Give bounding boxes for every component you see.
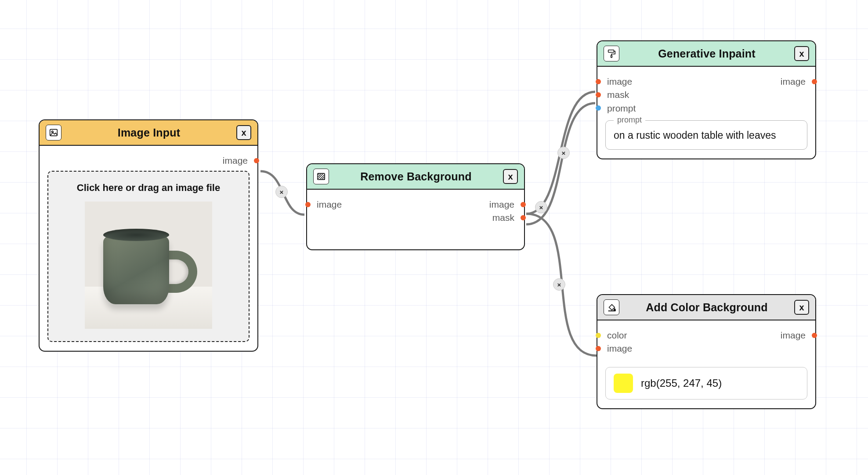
node-body: image image mask	[307, 190, 524, 249]
edge-delete-button[interactable]: ×	[275, 186, 288, 198]
svg-rect-3	[608, 50, 614, 53]
node-generative-inpaint[interactable]: Generative Inpaint x image mask	[597, 40, 816, 159]
port-dot[interactable]	[596, 105, 601, 111]
node-header[interactable]: Remove Background x	[307, 164, 524, 190]
close-icon: x	[241, 128, 246, 138]
close-icon: x	[799, 49, 804, 59]
port-dot[interactable]	[596, 79, 601, 84]
input-port-image[interactable]: image	[607, 76, 636, 87]
edge-delete-label: ×	[539, 204, 543, 211]
color-value: rgb(255, 247, 45)	[641, 377, 722, 389]
close-icon: x	[508, 172, 513, 182]
node-close-button[interactable]: x	[236, 125, 251, 140]
node-title: Image Input	[68, 126, 230, 139]
port-dot[interactable]	[812, 79, 817, 84]
port-dot[interactable]	[305, 202, 311, 207]
edge-delete-button[interactable]: ×	[535, 201, 547, 213]
edge-delete-label: ×	[562, 149, 566, 157]
node-body: image Click here or drag an image file	[40, 146, 257, 351]
edge-delete-label: ×	[557, 281, 561, 288]
node-image-input[interactable]: Image Input x image Click here or drag a…	[39, 119, 258, 352]
prompt-field[interactable]: prompt on a rustic wooden table with lea…	[605, 120, 807, 150]
node-header[interactable]: Generative Inpaint x	[597, 41, 815, 67]
node-close-button[interactable]: x	[503, 169, 518, 184]
input-port-prompt[interactable]: prompt	[607, 102, 636, 114]
edge-delete-button[interactable]: ×	[553, 278, 565, 291]
port-dot[interactable]	[596, 333, 601, 338]
output-port-image[interactable]: image	[781, 329, 806, 341]
color-field[interactable]: rgb(255, 247, 45)	[605, 367, 807, 399]
output-port-image[interactable]: image	[781, 76, 806, 87]
prompt-field-value[interactable]: on a rustic wooden table with leaves	[614, 129, 799, 142]
paint-bucket-icon	[604, 299, 619, 315]
output-port-image[interactable]: image	[489, 198, 514, 210]
input-port-image[interactable]: image	[317, 198, 342, 210]
node-title: Add Color Background	[626, 301, 788, 314]
image-dropzone[interactable]: Click here or drag an image file	[47, 171, 250, 342]
node-close-button[interactable]: x	[794, 300, 809, 315]
node-body: image mask prompt image	[597, 67, 815, 158]
node-body: color image image rgb(255, 247, 45)	[597, 320, 815, 408]
node-title: Generative Inpaint	[626, 47, 788, 60]
remove-background-icon	[313, 169, 329, 184]
port-dot[interactable]	[254, 158, 259, 163]
edge-delete-button[interactable]: ×	[557, 147, 570, 159]
node-remove-background[interactable]: Remove Background x image image	[306, 163, 525, 250]
input-image-thumbnail	[85, 202, 212, 329]
output-port-mask[interactable]: mask	[489, 212, 514, 223]
edge-delete-label: ×	[280, 188, 284, 196]
node-add-color-background[interactable]: Add Color Background x color image	[597, 294, 816, 409]
svg-rect-4	[611, 55, 612, 58]
port-dot[interactable]	[812, 333, 817, 338]
node-header[interactable]: Add Color Background x	[597, 295, 815, 320]
close-icon: x	[799, 302, 804, 313]
port-dot[interactable]	[596, 346, 601, 351]
port-dot[interactable]	[596, 92, 601, 97]
paint-roller-icon	[604, 46, 619, 61]
port-dot[interactable]	[521, 202, 526, 207]
output-port-image[interactable]: image	[223, 155, 248, 166]
node-header[interactable]: Image Input x	[40, 120, 257, 146]
input-port-image[interactable]: image	[607, 342, 632, 354]
node-canvas[interactable]: × × × × Image Input x	[0, 0, 868, 475]
dropzone-label: Click here or drag an image file	[56, 182, 241, 194]
image-icon	[46, 125, 61, 140]
input-port-mask[interactable]: mask	[607, 89, 636, 101]
color-swatch[interactable]	[614, 374, 633, 393]
node-title: Remove Background	[335, 170, 497, 183]
node-close-button[interactable]: x	[794, 46, 809, 61]
port-dot[interactable]	[521, 215, 526, 220]
input-port-color[interactable]: color	[607, 329, 632, 341]
prompt-field-legend: prompt	[614, 115, 645, 125]
